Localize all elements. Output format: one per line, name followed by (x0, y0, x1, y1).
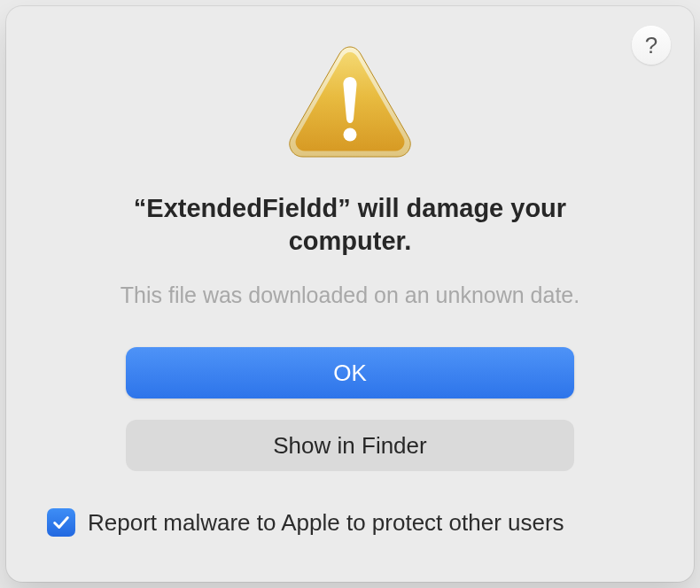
svg-point-0 (344, 128, 357, 142)
help-icon: ? (645, 32, 657, 59)
show-in-finder-label: Show in Finder (273, 432, 426, 460)
report-malware-label: Report malware to Apple to protect other… (88, 509, 564, 537)
dialog-subtext: This file was downloaded on an unknown d… (121, 282, 579, 308)
help-button[interactable]: ? (632, 26, 671, 65)
show-in-finder-button[interactable]: Show in Finder (126, 420, 574, 471)
ok-button-label: OK (333, 360, 367, 387)
report-malware-row: Report malware to Apple to protect other… (42, 508, 564, 537)
report-malware-checkbox[interactable] (47, 508, 75, 537)
dialog-headline: “ExtendedFieldd” will damage your comput… (102, 192, 598, 258)
headline-prefix: “ (134, 194, 147, 222)
ok-button[interactable]: OK (126, 347, 574, 398)
warning-icon (284, 42, 416, 159)
gatekeeper-warning-dialog: ? “ExtendedFieldd” will damage your com (6, 6, 694, 582)
app-name: ExtendedFieldd (146, 194, 338, 222)
checkmark-icon (51, 513, 71, 532)
